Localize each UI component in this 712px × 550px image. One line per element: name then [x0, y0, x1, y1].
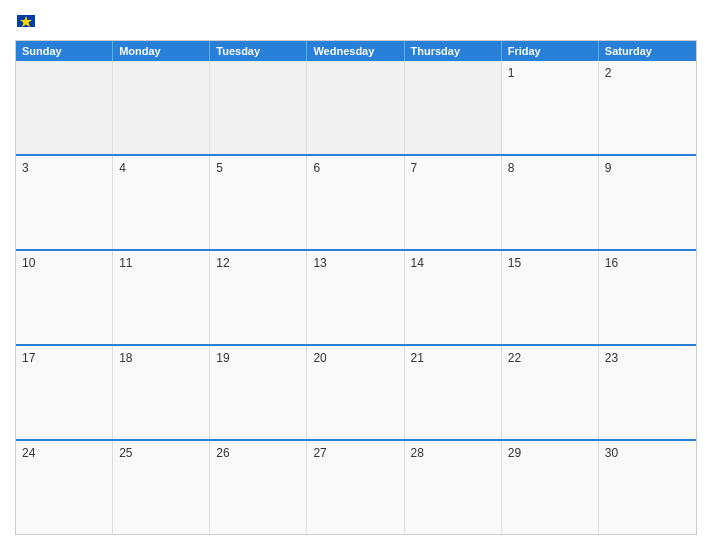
day-number: 15	[508, 256, 521, 270]
day-cell: 4	[113, 156, 210, 249]
day-number: 1	[508, 66, 515, 80]
day-cell: 18	[113, 346, 210, 439]
day-number: 22	[508, 351, 521, 365]
day-number: 16	[605, 256, 618, 270]
day-cell	[113, 61, 210, 154]
day-cell: 14	[405, 251, 502, 344]
day-cell	[307, 61, 404, 154]
day-cell: 15	[502, 251, 599, 344]
day-cell	[405, 61, 502, 154]
day-cell: 28	[405, 441, 502, 534]
day-cell: 9	[599, 156, 696, 249]
day-number: 23	[605, 351, 618, 365]
day-number: 8	[508, 161, 515, 175]
calendar: SundayMondayTuesdayWednesdayThursdayFrid…	[15, 40, 697, 535]
day-cell: 7	[405, 156, 502, 249]
day-cell	[16, 61, 113, 154]
day-headers: SundayMondayTuesdayWednesdayThursdayFrid…	[16, 41, 696, 61]
day-cell: 8	[502, 156, 599, 249]
day-number: 19	[216, 351, 229, 365]
day-number: 25	[119, 446, 132, 460]
day-cell: 10	[16, 251, 113, 344]
day-number: 12	[216, 256, 229, 270]
day-number: 30	[605, 446, 618, 460]
day-number: 20	[313, 351, 326, 365]
day-number: 24	[22, 446, 35, 460]
week-row: 12	[16, 61, 696, 154]
day-cell: 2	[599, 61, 696, 154]
logo-flag-icon	[17, 15, 35, 27]
day-number: 29	[508, 446, 521, 460]
day-header-saturday: Saturday	[599, 41, 696, 61]
day-number: 2	[605, 66, 612, 80]
day-cell: 20	[307, 346, 404, 439]
day-number: 7	[411, 161, 418, 175]
day-number: 17	[22, 351, 35, 365]
day-cell: 11	[113, 251, 210, 344]
day-number: 27	[313, 446, 326, 460]
day-number: 9	[605, 161, 612, 175]
day-number: 11	[119, 256, 132, 270]
page-header	[15, 10, 697, 32]
day-cell: 19	[210, 346, 307, 439]
day-number: 6	[313, 161, 320, 175]
day-number: 26	[216, 446, 229, 460]
weeks: 1234567891011121314151617181920212223242…	[16, 61, 696, 534]
day-cell: 29	[502, 441, 599, 534]
day-header-friday: Friday	[502, 41, 599, 61]
day-number: 10	[22, 256, 35, 270]
day-header-monday: Monday	[113, 41, 210, 61]
day-cell: 27	[307, 441, 404, 534]
day-cell: 21	[405, 346, 502, 439]
day-number: 5	[216, 161, 223, 175]
day-number: 28	[411, 446, 424, 460]
day-number: 21	[411, 351, 424, 365]
week-row: 24252627282930	[16, 439, 696, 534]
day-cell: 12	[210, 251, 307, 344]
day-cell	[210, 61, 307, 154]
day-header-tuesday: Tuesday	[210, 41, 307, 61]
week-row: 3456789	[16, 154, 696, 249]
day-number: 4	[119, 161, 126, 175]
day-cell: 22	[502, 346, 599, 439]
logo	[15, 15, 35, 27]
day-number: 14	[411, 256, 424, 270]
day-cell: 30	[599, 441, 696, 534]
day-cell: 5	[210, 156, 307, 249]
day-cell: 6	[307, 156, 404, 249]
day-cell: 24	[16, 441, 113, 534]
day-number: 18	[119, 351, 132, 365]
day-number: 13	[313, 256, 326, 270]
day-cell: 13	[307, 251, 404, 344]
day-cell: 25	[113, 441, 210, 534]
day-cell: 3	[16, 156, 113, 249]
day-cell: 26	[210, 441, 307, 534]
week-row: 10111213141516	[16, 249, 696, 344]
day-number: 3	[22, 161, 29, 175]
week-row: 17181920212223	[16, 344, 696, 439]
day-cell: 17	[16, 346, 113, 439]
day-cell: 1	[502, 61, 599, 154]
day-cell: 16	[599, 251, 696, 344]
day-header-sunday: Sunday	[16, 41, 113, 61]
day-header-wednesday: Wednesday	[307, 41, 404, 61]
day-cell: 23	[599, 346, 696, 439]
day-header-thursday: Thursday	[405, 41, 502, 61]
